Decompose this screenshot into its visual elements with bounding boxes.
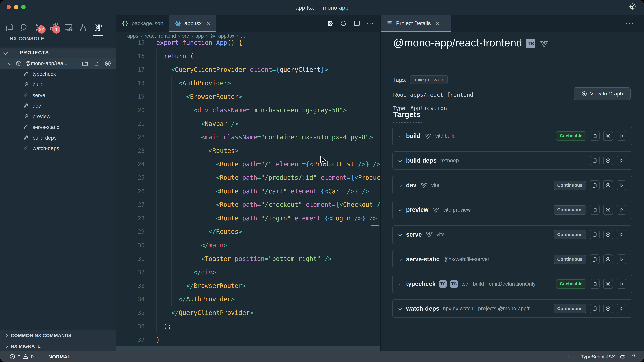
indent-guide <box>164 252 164 266</box>
projects-section-header[interactable]: PROJECTS <box>0 47 116 58</box>
warning-count[interactable]: 0 <box>31 354 34 360</box>
run-target-button[interactable] <box>617 205 626 215</box>
view-in-graph-button[interactable] <box>603 230 613 240</box>
target-technology: tsc --build --emitDeclarationOnly <box>461 281 536 287</box>
more-actions-icon[interactable]: ··· <box>95 35 104 42</box>
view-in-graph-button[interactable] <box>603 254 613 264</box>
copy-button[interactable] <box>590 180 600 190</box>
tab-package.json[interactable]: {}package.json <box>116 15 169 31</box>
chevron-down-icon[interactable] <box>398 258 402 261</box>
view-in-graph-button[interactable] <box>603 131 613 141</box>
more-actions-icon[interactable]: ··· <box>625 15 644 31</box>
view-in-graph-button[interactable] <box>603 205 613 215</box>
code-line: 34</AuthProvider> <box>116 293 380 306</box>
run-target-button[interactable] <box>617 180 626 190</box>
vite-icon <box>420 182 428 189</box>
copy-button[interactable] <box>590 304 600 313</box>
warnings-icon[interactable] <box>22 354 29 360</box>
copilot-icon[interactable] <box>620 354 626 360</box>
copy-button[interactable] <box>590 254 600 264</box>
target-card-typecheck[interactable]: typecheckTSTStsc --build --emitDeclarati… <box>392 275 632 293</box>
target-card-serve-static[interactable]: serve-static@nx/web:file-serverContinuou… <box>392 250 632 269</box>
chevron-down-icon[interactable] <box>398 307 402 310</box>
breadcrumb-item[interactable]: app <box>196 33 204 39</box>
section-common-nx-commands[interactable]: COMMON NX COMMANDS <box>0 330 116 341</box>
sidebar-task-preview[interactable]: preview <box>0 111 116 122</box>
line-number: 34 <box>116 293 144 306</box>
copy-button[interactable] <box>590 279 600 289</box>
close-icon[interactable]: × <box>435 19 439 27</box>
view-in-graph-button[interactable] <box>603 304 613 313</box>
split-editor-icon[interactable] <box>353 19 360 27</box>
run-target-button[interactable] <box>617 230 626 240</box>
more-actions-icon[interactable]: ··· <box>366 19 374 27</box>
chevron-down-icon[interactable] <box>398 233 402 236</box>
horizontal-scrollbar[interactable] <box>116 346 380 352</box>
language-mode[interactable]: TypeScript JSX <box>581 354 615 360</box>
indent-guide <box>171 144 172 158</box>
target-name: preview <box>406 206 428 213</box>
goto-file-icon[interactable] <box>93 60 100 67</box>
tab-app.tsx[interactable]: app.tsx× <box>169 15 216 31</box>
view-in-graph-button[interactable]: View In Graph <box>574 87 630 100</box>
chevron-down-icon[interactable] <box>398 208 402 212</box>
chevron-down-icon[interactable] <box>398 184 402 187</box>
indent-guide <box>171 198 172 212</box>
line-number: 30 <box>116 239 144 252</box>
sidebar-task-dev[interactable]: dev <box>0 101 116 111</box>
target-technology: vite <box>431 182 439 188</box>
refresh-icon[interactable] <box>340 19 347 27</box>
close-icon[interactable]: × <box>206 19 210 27</box>
breadcrumb-item[interactable]: react-frontend <box>144 33 176 39</box>
target-name: serve-static <box>406 256 440 263</box>
errors-icon[interactable] <box>9 354 16 360</box>
sidebar-task-typecheck[interactable]: typecheck <box>0 69 116 79</box>
run-target-button[interactable] <box>617 156 626 165</box>
indent-guide <box>156 320 157 333</box>
breadcrumb-item[interactable]: ... <box>241 33 245 39</box>
sidebar-task-serve-static[interactable]: serve-static <box>0 122 116 133</box>
indent-guide <box>186 117 186 131</box>
copy-button[interactable] <box>590 230 600 240</box>
tab-project-details[interactable]: Project Details × <box>381 15 451 31</box>
sidebar-task-build[interactable]: build <box>0 79 116 90</box>
view-in-graph-button[interactable] <box>603 156 613 165</box>
typescript-badge-icon: TS <box>526 39 536 48</box>
view-in-graph-button[interactable] <box>603 279 613 289</box>
notifications-bell-icon[interactable] <box>630 354 636 360</box>
target-badge: Continuous <box>554 205 586 215</box>
copy-button[interactable] <box>590 131 600 141</box>
open-to-side-icon[interactable] <box>326 19 334 27</box>
target-card-dev[interactable]: devviteContinuous <box>392 176 632 194</box>
chevron-down-icon[interactable] <box>398 282 402 286</box>
target-card-build-deps[interactable]: build-depsnx:noop <box>392 151 632 170</box>
view-in-graph-button[interactable] <box>603 180 613 190</box>
chevron-down-icon[interactable] <box>398 159 402 162</box>
section-nx-migrate[interactable]: NX MIGRATE <box>0 341 116 352</box>
error-count[interactable]: 0 <box>18 354 20 360</box>
sidebar-task-watch-deps[interactable]: watch-deps <box>0 143 116 154</box>
folder-icon[interactable] <box>82 60 88 67</box>
breadcrumb-item[interactable]: apps <box>127 33 138 39</box>
copy-button[interactable] <box>590 205 600 215</box>
target-card-build[interactable]: buildvite buildCacheable <box>392 127 632 145</box>
target-card-watch-deps[interactable]: watch-depsnpx nx watch --projects @mono-… <box>392 299 632 318</box>
target-card-preview[interactable]: previewvite previewContinuous <box>392 201 632 219</box>
graph-target-icon[interactable] <box>104 60 111 67</box>
code-editor[interactable]: 15export function App() {16return (17<Qu… <box>116 40 380 346</box>
chevron-down-icon[interactable] <box>398 134 402 138</box>
target-card-serve[interactable]: serveviteContinuous <box>392 225 632 244</box>
run-target-button[interactable] <box>617 254 626 264</box>
run-target-button[interactable] <box>617 279 626 289</box>
run-target-button[interactable] <box>617 304 626 313</box>
breadcrumb-item[interactable]: src <box>182 33 189 39</box>
breadcrumb-item[interactable]: app.tsx <box>218 33 234 39</box>
sidebar-task-build-deps[interactable]: build-deps <box>0 133 116 143</box>
copy-button[interactable] <box>590 156 600 165</box>
target-technology: @nx/web:file-server <box>443 256 489 262</box>
target-name: watch-deps <box>406 305 439 312</box>
sidebar-task-serve[interactable]: serve <box>0 90 116 101</box>
settings-gear-icon[interactable] <box>628 3 636 11</box>
run-target-button[interactable] <box>617 131 626 141</box>
sidebar-project-row[interactable]: @mono-app/rea... <box>0 58 116 69</box>
